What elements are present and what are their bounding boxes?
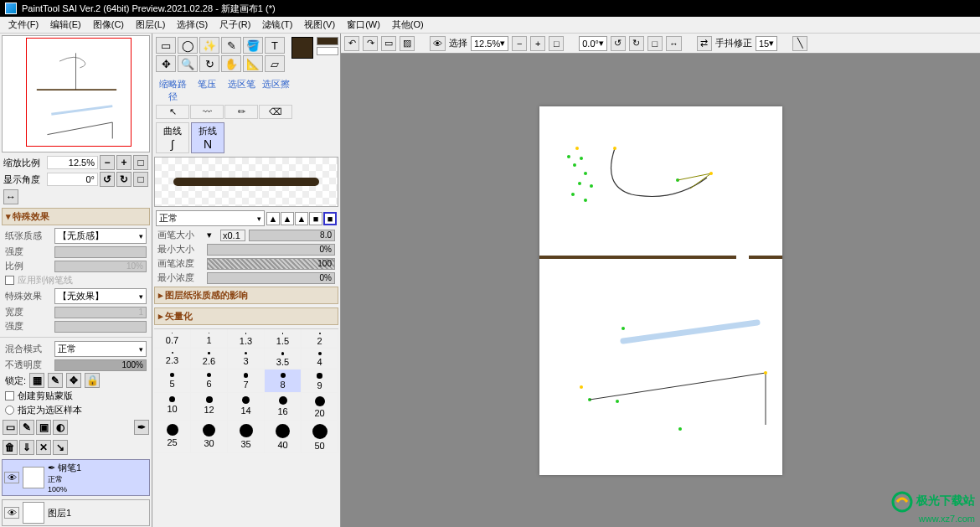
min-density-slider[interactable]: 0% [207, 272, 335, 284]
shape-3[interactable]: ▲ [295, 212, 308, 225]
menu-other[interactable]: 其他(O) [392, 18, 424, 31]
blend-mode-dropdown[interactable]: 正常 [54, 341, 147, 357]
navigator[interactable] [2, 35, 150, 152]
canvas[interactable] [539, 106, 782, 475]
brush-size-20[interactable]: 20 [302, 393, 338, 421]
rotate-ccw-button[interactable]: ↺ [100, 172, 115, 187]
brush-size-9[interactable]: 9 [302, 369, 338, 393]
rotate-tool[interactable]: ↻ [199, 55, 219, 72]
path-edit-tool[interactable]: ↖ [156, 105, 189, 119]
min-size-slider[interactable]: 0% [207, 244, 335, 256]
move-tool[interactable]: ✥ [156, 55, 176, 72]
clip-mask-checkbox[interactable] [5, 391, 14, 400]
zoom-out-button[interactable]: − [100, 155, 115, 170]
vectorize-header[interactable]: 矢量化 [154, 307, 338, 325]
bucket-tool[interactable]: 🪣 [243, 37, 263, 54]
menu-layer[interactable]: 图层(L) [136, 18, 165, 31]
lasso-tool[interactable]: ◯ [178, 37, 198, 54]
brush-size-1.3[interactable]: 1.3 [228, 329, 265, 349]
brush-size-0.7[interactable]: 0.7 [154, 329, 191, 349]
brush-size-25[interactable]: 25 [154, 421, 191, 453]
canvas-zoom-in[interactable]: + [530, 36, 545, 51]
pen-tool-icon[interactable]: ✒ [134, 420, 149, 435]
brush-size-slider[interactable]: 8.0 [249, 230, 335, 241]
brush-size-40[interactable]: 40 [265, 421, 302, 453]
brush-size-2.6[interactable]: 2.6 [191, 349, 228, 369]
lock-pixel-button[interactable]: ▦ [29, 373, 44, 388]
brush-size-5[interactable]: 5 [154, 369, 191, 393]
canvas-rotate-cw[interactable]: ↻ [629, 36, 644, 51]
lock-all-button[interactable]: 🔒 [85, 373, 100, 388]
canvas-rotate-ccw[interactable]: ↺ [611, 36, 626, 51]
select-sample-radio[interactable] [5, 406, 14, 415]
brush-size-8[interactable]: 8 [265, 369, 302, 393]
rotate-cw-button[interactable]: ↻ [116, 172, 132, 187]
canvas-zoom-out[interactable]: − [512, 36, 527, 51]
brush-size-50[interactable]: 50 [302, 421, 338, 453]
eye-icon[interactable]: 👁 [4, 507, 19, 519]
density-slider[interactable]: 100 [207, 258, 335, 270]
redo-button[interactable]: ↷ [363, 36, 378, 51]
layer-item-1[interactable]: 👁 图层1 [2, 499, 150, 526]
new-folder-button[interactable]: ▣ [36, 420, 51, 435]
transfer-button[interactable]: ↘ [53, 440, 68, 455]
menu-window[interactable]: 窗口(W) [347, 18, 380, 31]
shape-4[interactable]: ■ [309, 212, 322, 225]
delete-layer-button[interactable]: 🗑 [3, 440, 18, 455]
new-layer-button[interactable]: ▭ [3, 420, 18, 435]
wand-tool[interactable]: ✨ [199, 37, 219, 54]
brush-size-16[interactable]: 16 [265, 393, 302, 421]
hand-tool[interactable]: ✋ [221, 55, 241, 72]
shape-1[interactable]: ▲ [266, 212, 280, 225]
marquee-tool[interactable]: ▭ [156, 37, 176, 54]
menu-view[interactable]: 视图(V) [304, 18, 335, 31]
effect-dropdown[interactable]: 【无效果】 [54, 288, 147, 304]
undo-button[interactable]: ↶ [344, 36, 359, 51]
menu-filter[interactable]: 滤镜(T) [262, 18, 292, 31]
menu-edit[interactable]: 编辑(E) [50, 18, 81, 31]
invert-button[interactable]: ▨ [400, 36, 415, 51]
brush-size-1.5[interactable]: 1.5 [265, 329, 302, 349]
brush-size-4[interactable]: 4 [302, 349, 338, 369]
curve-tool[interactable]: 曲线 ∫ [156, 122, 189, 153]
brush-size-30[interactable]: 30 [191, 421, 228, 453]
eye-icon[interactable]: 👁 [4, 472, 19, 483]
paper-texture-dropdown[interactable]: 【无质感】 [54, 228, 147, 244]
polyline-tool[interactable]: 折线 N [191, 122, 224, 153]
merge-button[interactable]: ⇓ [19, 440, 34, 455]
select-erase-tool[interactable]: ⌫ [259, 105, 292, 119]
color-swatch[interactable] [288, 34, 341, 75]
canvas-rotate-reset[interactable]: □ [647, 36, 663, 51]
eyedropper-tool[interactable]: ✎ [221, 37, 241, 54]
brush-size-2.3[interactable]: 2.3 [154, 349, 191, 369]
menu-ruler[interactable]: 尺子(R) [219, 18, 250, 31]
brush-size-10[interactable]: 10 [154, 393, 191, 421]
angle-value[interactable]: 0° [47, 173, 98, 186]
canvas-flip[interactable]: ↔ [666, 36, 682, 51]
zoom-in-button[interactable]: + [116, 155, 132, 170]
canvas-zoom-fit[interactable]: □ [549, 36, 564, 51]
canvas-zoom-input[interactable]: 12.5% ▾ [471, 36, 508, 51]
shape-5[interactable]: ■ [323, 212, 337, 225]
foreground-color[interactable] [291, 37, 313, 59]
brush-size-2[interactable]: 2 [302, 329, 338, 349]
opacity-slider[interactable]: 100% [54, 359, 147, 371]
line-icon[interactable]: ╲ [792, 36, 807, 51]
new-mask-button[interactable]: ◐ [53, 420, 68, 435]
menu-file[interactable]: 文件(F) [8, 18, 39, 31]
perspective-tool[interactable]: ▱ [265, 55, 285, 72]
new-pen-layer-button[interactable]: ✎ [19, 420, 34, 435]
pressure-tool[interactable]: 〰 [190, 105, 224, 119]
text-tool[interactable]: T [265, 37, 285, 54]
brush-size-1[interactable]: 1 [191, 329, 228, 349]
paper-influence-header[interactable]: 图层纸张质感的影响 [154, 287, 338, 304]
zoom-tool[interactable]: 🔍 [178, 55, 198, 72]
rotate-reset-button[interactable]: □ [133, 172, 148, 187]
menu-select[interactable]: 选择(S) [177, 18, 208, 31]
select-pen-tool[interactable]: ✏ [224, 105, 258, 119]
ruler-tool[interactable]: 📐 [243, 55, 263, 72]
shape-2[interactable]: ▲ [281, 212, 294, 225]
canvas-angle-input[interactable]: 0.0° ▾ [579, 36, 607, 51]
brush-size-35[interactable]: 35 [228, 421, 265, 453]
brush-mode-dropdown[interactable]: 正常 [156, 210, 265, 226]
